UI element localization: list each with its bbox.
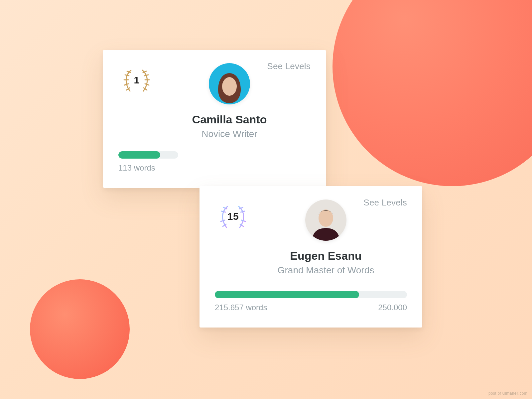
- user-name: Camilla Santo: [192, 113, 267, 126]
- laurel-badge: 15: [215, 201, 251, 231]
- profile-card-camilla: See Levels: [103, 50, 326, 188]
- words-goal: 250.000: [378, 303, 407, 312]
- svg-point-2: [222, 77, 237, 96]
- svg-point-5: [319, 209, 333, 227]
- progress-fill: [215, 291, 359, 298]
- see-levels-link[interactable]: See Levels: [363, 198, 407, 208]
- level-number: 15: [215, 201, 251, 231]
- laurel-badge: 1: [118, 65, 155, 95]
- progress-bar: [215, 291, 407, 298]
- avatar: [209, 63, 250, 104]
- user-title: Novice Writer: [201, 129, 257, 139]
- footer-credit: post of uimaker.com: [488, 391, 527, 396]
- words-count: 113 words: [118, 163, 155, 173]
- user-name: Eugen Esanu: [290, 249, 361, 262]
- user-title: Grand Master of Words: [278, 265, 374, 276]
- words-count: 215.657 words: [215, 303, 267, 312]
- avatar: [305, 200, 346, 241]
- profile-card-eugen: See Levels: [200, 186, 422, 328]
- see-levels-link[interactable]: See Levels: [267, 61, 311, 71]
- progress-fill: [118, 151, 160, 159]
- level-number: 1: [118, 65, 155, 95]
- background-circle-small: [30, 279, 130, 379]
- progress-bar: [118, 151, 178, 159]
- background-circle-large: [332, 0, 532, 186]
